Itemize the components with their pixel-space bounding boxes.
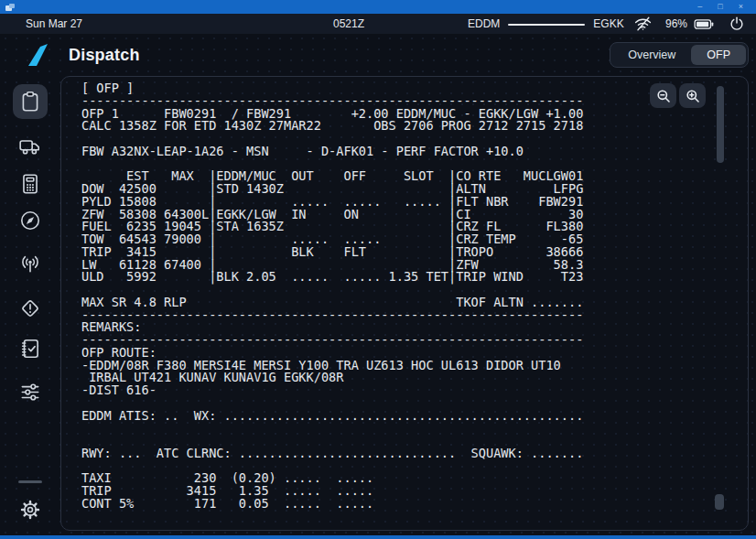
magnifier-minus-icon xyxy=(656,89,671,103)
window-minimize-button[interactable]: – xyxy=(697,0,702,14)
taskbar-edge xyxy=(0,535,756,539)
sidebar xyxy=(0,34,60,539)
ofp-document: [ OFP ] --------------------------------… xyxy=(81,82,583,511)
scrollbar-thumb[interactable] xyxy=(717,86,724,163)
gear-icon xyxy=(18,498,42,522)
efb-screen: – □ × Sun Mar 27 0521Z EDDM EGKK xyxy=(0,0,756,539)
zoom-controls xyxy=(650,83,706,108)
route-destination: EGKK xyxy=(593,17,623,30)
view-switcher: Overview OFP xyxy=(610,42,749,68)
sidebar-item-failures[interactable] xyxy=(13,291,48,326)
page-title: Dispatch xyxy=(69,46,140,65)
sidebar-item-ground[interactable] xyxy=(13,129,48,164)
zoom-out-button[interactable] xyxy=(650,83,676,108)
ofp-panel: [ OFP ] --------------------------------… xyxy=(60,76,749,531)
hazard-icon xyxy=(18,296,42,320)
truck-icon xyxy=(18,135,42,158)
tab-ofp[interactable]: OFP xyxy=(691,45,746,65)
sidebar-item-dispatch[interactable] xyxy=(13,84,48,119)
calculator-icon xyxy=(18,172,42,196)
window-maximize-button[interactable]: □ xyxy=(718,0,722,14)
route-origin: EDDM xyxy=(468,17,500,30)
window-close-button[interactable]: × xyxy=(739,0,743,14)
app-icon xyxy=(5,4,15,11)
sidebar-item-checklists[interactable] xyxy=(13,331,48,366)
status-date: Sun Mar 27 xyxy=(26,17,82,30)
clipboard-icon xyxy=(18,90,42,113)
page-header: Dispatch Overview OFP xyxy=(60,34,749,76)
checklist-icon xyxy=(18,337,42,361)
sidebar-divider xyxy=(18,480,42,483)
compass-icon xyxy=(18,209,42,232)
tab-overview[interactable]: Overview xyxy=(612,45,691,65)
sidebar-item-performance[interactable] xyxy=(13,167,48,201)
window-titlebar: – □ × xyxy=(0,0,756,14)
status-route: EDDM EGKK xyxy=(468,17,624,30)
sidebar-item-atc[interactable] xyxy=(13,246,48,281)
sidebar-item-presets[interactable] xyxy=(13,374,48,409)
status-bar: Sun Mar 27 0521Z EDDM EGKK 96% xyxy=(0,14,756,34)
sidebar-item-settings[interactable] xyxy=(13,492,48,527)
battery-percent: 96% xyxy=(665,17,687,30)
broadcast-icon xyxy=(18,252,42,275)
scrollbar-thumb-secondary[interactable] xyxy=(715,494,724,510)
sidebar-item-navigation[interactable] xyxy=(13,203,48,238)
sliders-icon xyxy=(18,380,42,404)
airline-logo xyxy=(25,43,49,70)
route-progress-line xyxy=(508,24,585,26)
wifi-off-icon xyxy=(634,16,652,31)
battery-icon xyxy=(694,17,714,31)
power-button[interactable] xyxy=(729,16,744,31)
zoom-in-button[interactable] xyxy=(679,83,706,108)
magnifier-plus-icon xyxy=(686,89,700,103)
status-utc-time: 0521Z xyxy=(333,17,364,30)
